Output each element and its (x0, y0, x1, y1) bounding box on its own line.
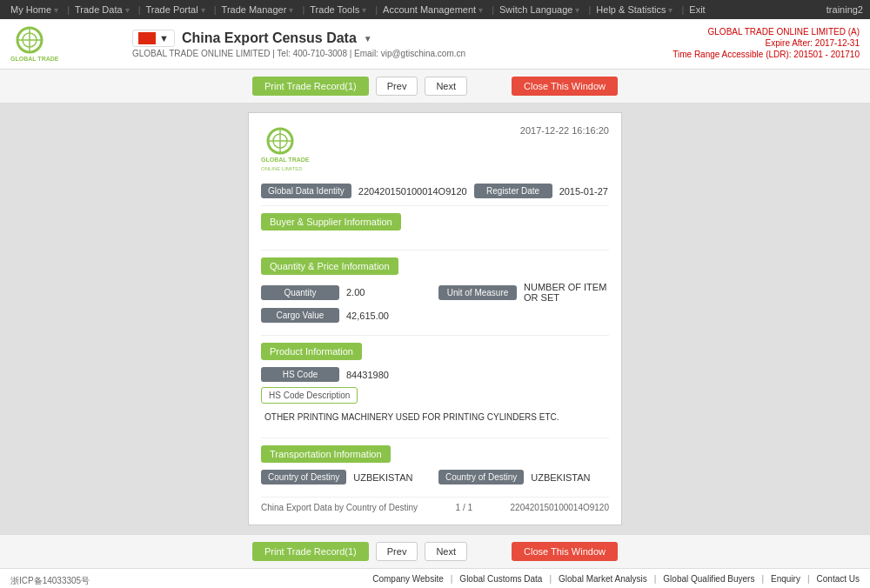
unit-of-measure-value: NUMBER OF ITEM OR SET (524, 282, 609, 303)
title-dropdown-arrow[interactable]: ▼ (364, 34, 372, 43)
main-content: GLOBAL TRADE ONLINE LIMITED 2017-12-22 1… (0, 104, 870, 534)
svg-text:ONLINE LIMITED: ONLINE LIMITED (261, 166, 303, 171)
page-footer: 浙ICP备14033305号 Company Website | Global … (0, 568, 870, 588)
divider-3 (261, 335, 609, 336)
record-logo: GLOBAL TRADE ONLINE LIMITED (261, 125, 331, 173)
bottom-action-bar: Print Trade Record(1) Prev Next Close Th… (0, 534, 870, 568)
cargo-value-value: 42,615.00 (346, 311, 609, 321)
footer-center: 1 / 1 (456, 503, 472, 512)
header-center: ▼ China Export Census Data ▼ GLOBAL TRAD… (115, 30, 673, 58)
nav-exit[interactable]: Exit (686, 4, 708, 15)
next-button-bottom[interactable]: Next (425, 542, 467, 561)
footer-global-market[interactable]: Global Market Analysis (559, 574, 647, 584)
register-date-value: 2015-01-27 (559, 186, 609, 197)
quantity-label: Quantity (261, 285, 339, 300)
transport-section: Transportation Information Country of De… (261, 445, 609, 484)
logo-area: GLOBAL TRADE ONLINE LIMITED (10, 24, 115, 63)
close-button-top[interactable]: Close This Window (512, 77, 618, 96)
record-header: GLOBAL TRADE ONLINE LIMITED 2017-12-22 1… (261, 125, 609, 173)
hs-desc-label: HS Code Description (261, 387, 358, 404)
nav-switchlang[interactable]: Switch Language ▾ (496, 4, 583, 15)
product-title: Product Information (261, 343, 362, 360)
divider-4 (261, 438, 609, 438)
license-line: GLOBAL TRADE ONLINE LIMITED (A) (673, 27, 860, 37)
global-data-identity-label: Global Data Identity (261, 184, 351, 198)
footer-enquiry[interactable]: Enquiry (771, 574, 800, 584)
gto-logo: GLOBAL TRADE ONLINE LIMITED (10, 24, 67, 63)
country-dest-value1: UZBEKISTAN (353, 472, 432, 483)
print-button-bottom[interactable]: Print Trade Record(1) (252, 542, 369, 561)
record-card: GLOBAL TRADE ONLINE LIMITED 2017-12-22 1… (248, 112, 622, 525)
svg-text:GLOBAL TRADE: GLOBAL TRADE (261, 157, 310, 163)
page-title: China Export Census Data (182, 30, 357, 46)
nav-tradedata[interactable]: Trade Data ▾ (71, 4, 133, 15)
close-button-bottom[interactable]: Close This Window (512, 542, 618, 561)
header-right-info: GLOBAL TRADE ONLINE LIMITED (A) Expire A… (673, 27, 860, 61)
hs-desc-value: OTHER PRINTING MACHINERY USED FOR PRINTI… (261, 409, 609, 425)
cargo-value-label: Cargo Value (261, 308, 339, 323)
unit-of-measure-label: Unit of Measure (438, 285, 517, 300)
quantity-row: Quantity 2.00 Unit of Measure NUMBER OF … (261, 282, 609, 303)
hs-code-row: HS Code 84431980 (261, 367, 609, 382)
print-button-top[interactable]: Print Trade Record(1) (252, 77, 369, 96)
transport-title: Transportation Information (261, 445, 391, 463)
footer-global-buyers[interactable]: Global Qualified Buyers (663, 574, 754, 584)
china-flag (138, 32, 156, 44)
user-label: training2 (826, 4, 863, 15)
country-dest-value2: UZBEKISTAN (531, 472, 609, 483)
divider-2 (261, 250, 609, 251)
footer-company-website[interactable]: Company Website (372, 574, 444, 584)
product-section: Product Information HS Code 84431980 HS … (261, 343, 609, 425)
icp-number: 浙ICP备14033305号 (10, 575, 90, 587)
nav-myhome[interactable]: My Home ▾ (7, 4, 62, 15)
hs-code-value: 84431980 (346, 370, 609, 380)
register-date-label: Register Date (474, 184, 552, 198)
flag-label: ▼ (159, 33, 169, 43)
nav-tradeportal[interactable]: Trade Portal ▾ (143, 4, 209, 15)
footer-links: Company Website | Global Customs Data | … (372, 574, 860, 584)
cargo-value-row: Cargo Value 42,615.00 (261, 308, 609, 323)
global-data-identity-value: 220420150100014O9120 (358, 186, 467, 197)
prev-button-top[interactable]: Prev (376, 77, 418, 96)
hs-desc-row: HS Code Description (261, 387, 609, 404)
identity-row: Global Data Identity 220420150100014O912… (261, 184, 609, 198)
buyer-supplier-title: Buyer & Supplier Information (261, 213, 401, 231)
footer-left: China Export Data by Country of Destiny (261, 503, 418, 512)
expire-line: Expire After: 2017-12-31 (673, 38, 860, 48)
next-button-top[interactable]: Next (425, 77, 467, 96)
record-datetime: 2017-12-22 16:16:20 (520, 125, 609, 136)
prev-button-bottom[interactable]: Prev (376, 542, 418, 561)
divider-1 (261, 205, 609, 206)
nav-accountmgmt[interactable]: Account Management ▾ (379, 4, 486, 15)
footer-bottom: 浙ICP备14033305号 Company Website | Global … (10, 574, 860, 587)
country-dest-row: Country of Destiny UZBEKISTAN Country of… (261, 470, 609, 484)
nav-tradetools[interactable]: Trade Tools ▾ (306, 4, 370, 15)
quantity-price-title: Quantity & Price Information (261, 257, 398, 275)
footer-contact[interactable]: Contact Us (817, 574, 860, 584)
country-dest-label1: Country of Destiny (261, 470, 346, 484)
top-navigation: My Home ▾ | Trade Data ▾ | Trade Portal … (0, 0, 870, 19)
svg-text:GLOBAL TRADE: GLOBAL TRADE (10, 56, 59, 62)
country-flag-badge[interactable]: ▼ (132, 30, 175, 47)
hs-code-label: HS Code (261, 367, 339, 382)
country-dest-label2: Country of Destiny (438, 470, 524, 484)
footer-right: 220420150100014O9120 (511, 503, 609, 512)
quantity-value: 2.00 (346, 287, 432, 297)
top-action-bar: Print Trade Record(1) Prev Next Close Th… (0, 70, 870, 104)
time-range-line: Time Range Accessible (LDR): 201501 - 20… (673, 50, 860, 59)
nav-trademanager[interactable]: Trade Manager ▾ (218, 4, 298, 15)
nav-helpstats[interactable]: Help & Statistics ▾ (592, 4, 676, 15)
record-footer: China Export Data by Country of Destiny … (261, 497, 609, 512)
quantity-price-section: Quantity & Price Information Quantity 2.… (261, 257, 609, 323)
buyer-supplier-section: Buyer & Supplier Information (261, 213, 609, 237)
page-header: GLOBAL TRADE ONLINE LIMITED ▼ China Expo… (0, 19, 870, 70)
header-subtitle: GLOBAL TRADE ONLINE LIMITED | Tel: 400-7… (132, 49, 673, 58)
footer-global-customs[interactable]: Global Customs Data (459, 574, 542, 584)
